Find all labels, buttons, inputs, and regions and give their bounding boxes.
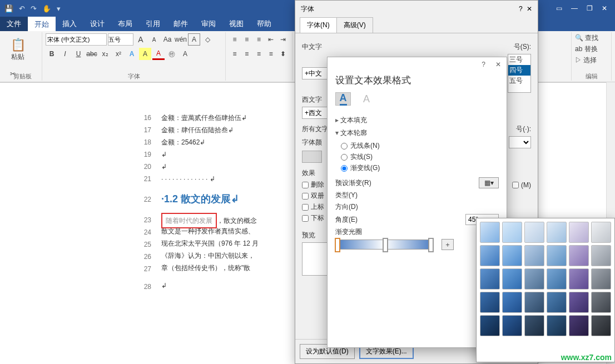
ribbon-options-icon[interactable]: ▭ xyxy=(556,4,562,12)
underline-color-select[interactable] xyxy=(509,136,531,148)
shrink-font-icon[interactable]: A xyxy=(148,33,160,46)
font-color-button[interactable]: A xyxy=(152,48,165,60)
gradient-swatch[interactable] xyxy=(569,292,589,313)
find-button[interactable]: 🔍 查找 xyxy=(575,33,608,43)
subscript-button[interactable]: x₂ xyxy=(99,48,111,60)
gradient-swatch[interactable] xyxy=(547,245,567,266)
tab-references[interactable]: 引用 xyxy=(139,17,167,31)
gradient-swatch[interactable] xyxy=(480,315,500,336)
gradient-swatch[interactable] xyxy=(547,315,567,336)
increase-indent-icon[interactable]: ⇥ xyxy=(277,33,289,46)
gradient-swatch[interactable] xyxy=(524,292,544,313)
tab-design[interactable]: 设计 xyxy=(83,17,111,31)
tab-home[interactable]: 开始 xyxy=(28,17,56,31)
gradient-swatch[interactable] xyxy=(591,268,611,290)
phonetic-guide-icon[interactable]: wén xyxy=(175,33,187,46)
replace-button[interactable]: ab 替换 xyxy=(575,44,608,54)
gradient-swatch[interactable] xyxy=(502,315,522,336)
radio-no-line[interactable] xyxy=(341,143,348,149)
gradient-swatch[interactable] xyxy=(569,268,589,290)
gradient-swatch[interactable] xyxy=(502,292,522,313)
tab-file[interactable]: 文件 xyxy=(0,17,28,31)
tab-advanced[interactable]: 高级(V) xyxy=(336,17,373,33)
gradient-swatch[interactable] xyxy=(502,245,522,266)
font-size-select[interactable] xyxy=(108,33,133,46)
align-center-icon[interactable]: ≡ xyxy=(241,48,252,60)
char-border-icon[interactable]: A xyxy=(188,33,200,46)
multilevel-icon[interactable]: ≡ xyxy=(254,33,265,46)
help-icon[interactable]: ? xyxy=(482,61,485,68)
gradient-stops-bar[interactable] xyxy=(335,240,433,250)
gradient-swatch[interactable] xyxy=(524,315,544,336)
superscript-button[interactable]: x² xyxy=(112,48,125,60)
gradient-swatch[interactable] xyxy=(547,268,567,290)
enclosed-char-button[interactable]: ㊕ xyxy=(166,48,178,60)
cn-font-input[interactable] xyxy=(302,67,330,79)
gradient-swatch[interactable] xyxy=(569,245,589,266)
gradient-swatch[interactable] xyxy=(591,245,611,266)
gradient-swatch[interactable] xyxy=(591,222,611,243)
gradient-swatch[interactable] xyxy=(502,222,522,243)
gradient-swatch[interactable] xyxy=(569,315,589,336)
undo-icon[interactable]: ↶ xyxy=(19,4,25,13)
dblstrike-checkbox[interactable] xyxy=(302,193,309,200)
gradient-swatch[interactable] xyxy=(524,268,544,290)
char-shading-button[interactable]: A xyxy=(179,48,191,60)
tab-help[interactable]: 帮助 xyxy=(250,17,278,31)
west-font-input[interactable] xyxy=(302,107,330,119)
close-icon[interactable]: ✕ xyxy=(602,4,607,12)
section-text-fill[interactable]: 文本填充 xyxy=(335,116,499,125)
help-icon[interactable]: ? xyxy=(519,5,523,13)
strike-button[interactable]: abc xyxy=(86,48,98,60)
grow-font-icon[interactable]: A xyxy=(135,33,147,46)
numbering-icon[interactable]: ≡ xyxy=(241,33,252,46)
bold-button[interactable]: B xyxy=(46,48,58,60)
italic-button[interactable]: I xyxy=(59,48,71,60)
gradient-swatch[interactable] xyxy=(591,315,611,336)
text-effects-button[interactable]: A xyxy=(126,48,138,60)
radio-gradient-line[interactable] xyxy=(341,165,348,172)
gradient-swatch[interactable] xyxy=(591,292,611,313)
gradient-swatch[interactable] xyxy=(480,222,500,243)
gradient-swatch[interactable] xyxy=(524,222,544,243)
subscript-checkbox[interactable] xyxy=(302,215,309,222)
text-fill-outline-icon[interactable]: A xyxy=(335,92,351,106)
preset-gradient-button[interactable]: ▦▾ xyxy=(479,177,499,188)
gradient-swatch[interactable] xyxy=(524,245,544,266)
qat-dropdown-icon[interactable]: ▾ xyxy=(57,4,61,13)
clear-format-icon[interactable]: ◇ xyxy=(201,33,214,46)
align-right-icon[interactable]: ≡ xyxy=(254,48,265,60)
tab-review[interactable]: 审阅 xyxy=(195,17,222,31)
close-icon[interactable]: ✕ xyxy=(495,61,501,68)
strike-checkbox[interactable] xyxy=(302,182,309,188)
tab-font[interactable]: 字体(N) xyxy=(300,17,337,33)
close-icon[interactable]: ✕ xyxy=(527,5,532,13)
highlight-button[interactable]: A xyxy=(139,48,151,60)
radio-solid-line[interactable] xyxy=(341,154,348,161)
gradient-swatch[interactable] xyxy=(569,222,589,243)
tab-layout[interactable]: 布局 xyxy=(111,17,139,31)
gradient-swatch[interactable] xyxy=(502,268,522,290)
restore-icon[interactable]: ❐ xyxy=(587,4,593,12)
minimize-icon[interactable]: — xyxy=(571,4,578,12)
justify-icon[interactable]: ≡ xyxy=(265,48,276,60)
bullets-icon[interactable]: ≡ xyxy=(229,33,240,46)
font-name-select[interactable] xyxy=(46,33,107,46)
gradient-swatch[interactable] xyxy=(480,245,500,266)
gradient-swatch[interactable] xyxy=(547,292,567,313)
section-text-outline[interactable]: 文本轮廓 xyxy=(335,128,499,138)
smallcaps-checkbox[interactable] xyxy=(512,182,519,188)
tab-insert[interactable]: 插入 xyxy=(56,17,83,31)
paste-button[interactable]: 📋 粘贴 xyxy=(7,33,29,66)
text-effects-icon[interactable]: A xyxy=(359,92,374,106)
select-button[interactable]: ▷ 选择 xyxy=(575,56,608,65)
superscript-checkbox[interactable] xyxy=(302,204,309,211)
gradient-swatch[interactable] xyxy=(547,222,567,243)
change-case-icon[interactable]: Aa xyxy=(161,33,173,46)
save-icon[interactable]: 💾 xyxy=(4,4,13,13)
font-color-swatch[interactable] xyxy=(302,151,322,163)
redo-icon[interactable]: ↷ xyxy=(31,4,37,13)
touch-mode-icon[interactable]: ✋ xyxy=(42,4,51,13)
line-spacing-icon[interactable]: ⬍ xyxy=(277,48,289,60)
gradient-swatch[interactable] xyxy=(480,268,500,290)
